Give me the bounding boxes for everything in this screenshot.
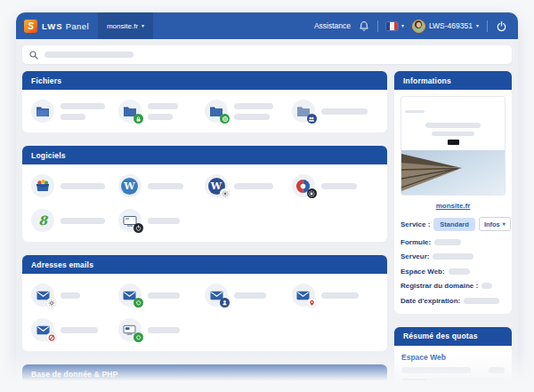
assistance-link[interactable]: Assistance [314, 21, 351, 30]
globe-badge-icon [220, 114, 230, 124]
sync-badge-icon [134, 298, 143, 308]
field-value-skeleton [434, 239, 461, 245]
quota-total-skeleton [489, 367, 505, 373]
mail-pin-icon [292, 284, 315, 307]
gear-badge-icon [46, 298, 56, 308]
site-selector-dropdown[interactable]: monsite.fr ▾ [98, 12, 153, 39]
lock-badge-icon [134, 114, 143, 124]
field-value-skeleton [433, 253, 473, 260]
service-label: Service : [400, 220, 430, 228]
wordpress-gear-icon: W [205, 174, 228, 197]
power-icon[interactable] [496, 20, 507, 32]
chevron-down-icon: ▾ [503, 221, 506, 227]
field-value-skeleton [481, 283, 492, 289]
preview-button [448, 140, 459, 145]
site-selector-label: monsite.fr [107, 22, 138, 30]
tile-email-settings[interactable] [31, 284, 118, 307]
folder-open-icon [31, 100, 54, 123]
tile-boldgrid[interactable]: 8 [31, 209, 118, 232]
webmail-sync-icon [118, 318, 142, 341]
section-logiciels: Logiciels [22, 146, 387, 242]
section-bdd: Base de donnée & PHP [22, 364, 387, 392]
field-label: Espace Web: [400, 268, 445, 276]
quota-value-skeleton [401, 367, 471, 373]
sync-badge-icon [134, 332, 143, 342]
quotas-header: Résumé des quotas [394, 327, 512, 346]
section-title: Fichiers [31, 76, 61, 85]
pin-badge-icon [307, 298, 317, 308]
power-badge-icon [134, 223, 143, 233]
section-header: Fichiers [22, 71, 387, 90]
field-label: Date d'expiration: [400, 297, 460, 305]
quotas-title: Résumé des quotas [403, 332, 478, 340]
tile-site-manager[interactable] [292, 174, 379, 197]
tile-email-routing[interactable] [292, 284, 379, 307]
language-selector[interactable]: ▾ [386, 22, 404, 30]
auto-installer-icon [31, 174, 54, 197]
search-placeholder-skeleton [44, 52, 134, 58]
section-emails: Adresses emails [22, 255, 387, 351]
field-value-skeleton [464, 298, 499, 304]
tile-wordpress-manager[interactable]: W [205, 174, 292, 197]
gear-badge-icon [220, 188, 230, 198]
site-preview-thumbnail[interactable] [400, 96, 506, 196]
chevron-down-icon: ▾ [401, 23, 404, 28]
tile-web-folders[interactable] [205, 100, 292, 123]
mail-gear-icon [31, 284, 54, 307]
person-badge-icon [220, 298, 230, 308]
informations-title: Informations [403, 76, 451, 85]
lws-flame-icon: S [24, 20, 37, 33]
avatar [412, 20, 425, 33]
lws-panel-window: S LWS Panel monsite.fr ▾ Assistance ▾ LW… [16, 12, 518, 392]
field-label: Registrar du domaine : [400, 282, 478, 290]
site-link[interactable]: monsite.fr [400, 202, 506, 210]
account-dropdown[interactable]: LWS-469351 ▾ [412, 20, 479, 33]
quotas-card: Résumé des quotas Espace Web [394, 327, 512, 392]
users-badge-icon [307, 114, 317, 124]
section-title: Adresses emails [31, 260, 93, 269]
section-title: Base de donnée & PHP [31, 370, 118, 379]
divider [377, 20, 378, 32]
tile-wordpress[interactable]: W [118, 174, 206, 197]
service-badge[interactable]: Standard [433, 218, 475, 231]
quota-progress-track [401, 379, 505, 383]
field-label: Serveur: [400, 252, 429, 260]
tile-ftp-accounts[interactable] [292, 100, 379, 123]
chevron-down-icon: ▾ [142, 23, 144, 28]
tile-email-antispam[interactable] [31, 318, 118, 341]
block-badge-icon [46, 332, 56, 342]
quota-progress-fill [401, 379, 427, 383]
site-manager-gear-icon [292, 174, 315, 197]
boldgrid-icon: 8 [31, 209, 54, 232]
mail-block-icon [31, 318, 54, 341]
tile-email-accounts[interactable] [205, 284, 292, 307]
tile-webmail[interactable] [118, 318, 206, 341]
search-icon [29, 51, 38, 60]
section-fichiers: Fichiers [22, 71, 387, 132]
screen-badge-icon [118, 209, 142, 232]
section-title: Logiciels [31, 151, 66, 160]
top-bar: S LWS Panel monsite.fr ▾ Assistance ▾ LW… [16, 12, 518, 39]
wordpress-icon: W [118, 174, 142, 197]
tile-console[interactable] [118, 209, 206, 232]
account-label: LWS-469351 [429, 21, 473, 30]
chevron-down-icon: ▾ [476, 23, 479, 28]
search-bar[interactable] [22, 45, 512, 64]
bell-icon[interactable] [359, 20, 369, 32]
mail-sync-icon [118, 284, 142, 307]
folder-lock-icon [118, 100, 142, 123]
mail-person-icon [205, 284, 228, 307]
tile-email-sync[interactable] [118, 284, 206, 307]
folder-globe-icon [205, 100, 228, 123]
informations-header: Informations [394, 71, 512, 90]
section-header: Logiciels [22, 146, 387, 164]
informations-card: Informations [394, 71, 512, 314]
field-label: Formule: [400, 238, 431, 246]
section-header: Adresses emails [22, 255, 387, 274]
section-header: Base de donnée & PHP [22, 364, 387, 383]
tile-file-manager[interactable] [31, 100, 118, 123]
field-value-skeleton [449, 268, 470, 275]
tile-auto-installer[interactable] [31, 174, 118, 197]
infos-dropdown-button[interactable]: Infos ▾ [479, 217, 511, 231]
tile-protected-folders[interactable] [118, 100, 206, 123]
